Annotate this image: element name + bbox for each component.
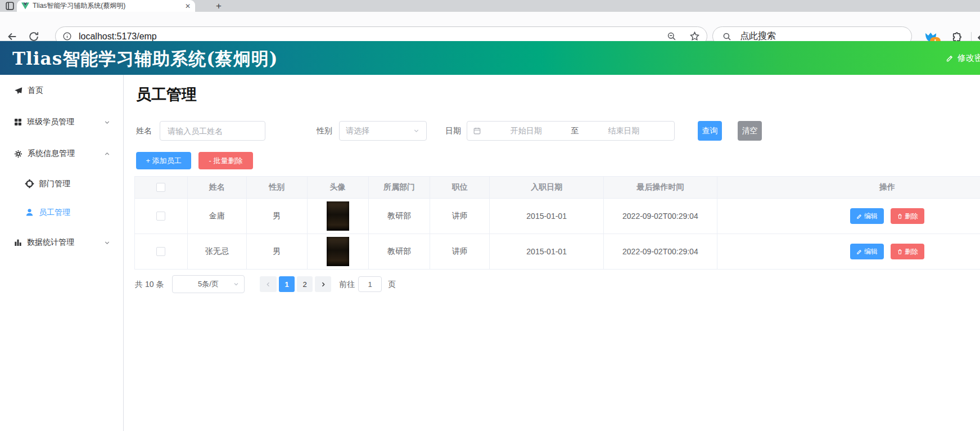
table-header-row: 姓名 性别 头像 所属部门 职位 入职日期 最后操作时间 操作: [135, 177, 980, 199]
sidebar-item-label: 首页: [28, 86, 43, 96]
edit-pencil-icon: [946, 54, 954, 62]
sidebar-item-statistics[interactable]: 数据统计管理: [0, 227, 123, 258]
edit-pencil-icon: [856, 249, 862, 255]
tab-close-icon[interactable]: ✕: [185, 2, 191, 10]
browser-window: Tlias智能学习辅助系统(蔡炯明) ✕ + localhost:5173/em…: [0, 0, 980, 431]
select-all-checkbox[interactable]: [156, 183, 165, 192]
page-size-select[interactable]: 5条/页: [172, 275, 245, 293]
gender-filter-select[interactable]: 请选择: [339, 121, 427, 141]
header-job: 职位: [430, 177, 490, 198]
app-title: Tlias智能学习辅助系统(蔡炯明): [12, 41, 278, 75]
table-row: 张无忌 男 教研部 讲师 2015-01-01 2022-09-02T00:29…: [135, 234, 980, 269]
header-operations: 操作: [717, 177, 980, 198]
sidebar-item-label: 部门管理: [39, 179, 70, 189]
vue-favicon: [21, 2, 29, 10]
delete-button[interactable]: 删除: [891, 244, 924, 259]
change-password-label: 修改密码: [958, 53, 980, 64]
add-employee-button[interactable]: + 添加员工: [136, 152, 191, 169]
cell-entry-date: 2015-01-01: [490, 234, 604, 269]
cell-avatar: [308, 234, 369, 269]
row-select-cell: [135, 199, 188, 234]
date-separator: 至: [571, 126, 579, 136]
sidebar-item-class-students[interactable]: 班级学员管理: [0, 106, 123, 138]
date-end-placeholder[interactable]: 结束日期: [579, 126, 669, 136]
trash-icon: [897, 249, 903, 255]
send-icon: [13, 86, 23, 96]
date-range-picker[interactable]: 开始日期 至 结束日期: [467, 121, 675, 141]
cell-department: 教研部: [369, 234, 431, 269]
zoom-out-icon[interactable]: [666, 31, 677, 42]
edit-button[interactable]: 编辑: [850, 208, 884, 224]
histogram-icon: [13, 238, 22, 247]
pagination-prev-button[interactable]: [260, 276, 277, 292]
chevron-right-icon: [319, 281, 327, 288]
header-gender: 性别: [247, 177, 308, 198]
pagination-page-2[interactable]: 2: [297, 276, 313, 292]
search-placeholder-text: 点此搜索: [740, 30, 776, 42]
header-name: 姓名: [188, 177, 247, 198]
header-entry-date: 入职日期: [490, 177, 604, 198]
name-filter-input[interactable]: [166, 126, 259, 136]
cell-job: 讲师: [430, 199, 490, 234]
name-filter-label: 姓名: [136, 121, 152, 141]
page-size-value: 5条/页: [198, 279, 219, 289]
header-select-all: [135, 177, 188, 198]
gender-filter-label: 性别: [317, 121, 332, 141]
grid-menu-icon: [13, 118, 22, 127]
cell-update-time: 2022-09-02T00:29:04: [604, 234, 717, 269]
date-start-placeholder[interactable]: 开始日期: [481, 126, 571, 136]
gear-icon: [13, 149, 23, 159]
employee-table: 姓名 性别 头像 所属部门 职位 入职日期 最后操作时间 操作 金庸 男 教研部…: [134, 176, 980, 270]
chevron-down-icon: [103, 239, 111, 246]
favorite-star-icon[interactable]: [689, 31, 700, 42]
tab-actions-icon[interactable]: [4, 1, 15, 11]
sidebar-item-system-info[interactable]: 系统信息管理: [0, 138, 123, 169]
row-select-cell: [135, 234, 188, 269]
cell-name: 金庸: [188, 199, 247, 234]
row-checkbox[interactable]: [156, 212, 165, 221]
pagination-goto-input[interactable]: [358, 276, 382, 292]
delete-button[interactable]: 删除: [891, 208, 924, 224]
calendar-icon: [473, 127, 481, 135]
pagination-total: 共 10 条: [135, 275, 164, 293]
sidebar-item-employees[interactable]: 员工管理: [0, 198, 123, 227]
cell-operations: 编辑 删除: [717, 234, 980, 269]
helper-wheel-icon: [25, 179, 34, 188]
search-button[interactable]: 查询: [698, 121, 722, 141]
sidebar-item-label: 员工管理: [39, 208, 70, 218]
sidebar: 首页 班级学员管理 系统信息管理 部门管理 员工管理 数据统计管理: [0, 75, 124, 431]
employee-avatar-image: [327, 201, 349, 231]
header-update-time: 最后操作时间: [604, 177, 717, 198]
edit-button[interactable]: 编辑: [850, 244, 884, 259]
name-filter-input-wrap: [160, 121, 265, 141]
sidebar-item-home[interactable]: 首页: [0, 75, 123, 106]
app-header-banner: Tlias智能学习辅助系统(蔡炯明) 修改密码: [0, 41, 980, 75]
sidebar-item-departments[interactable]: 部门管理: [0, 169, 123, 198]
clear-button[interactable]: 清空: [738, 121, 762, 141]
change-password-link[interactable]: 修改密码: [946, 41, 980, 75]
date-filter-label: 日期: [445, 121, 461, 141]
row-checkbox[interactable]: [156, 247, 165, 256]
sidebar-item-label: 班级学员管理: [27, 117, 74, 127]
new-tab-button[interactable]: +: [213, 0, 225, 12]
gender-select-placeholder: 请选择: [346, 126, 369, 136]
page-title: 员工管理: [136, 84, 197, 105]
chevron-left-icon: [265, 281, 272, 288]
trash-icon: [897, 213, 903, 219]
tab-strip: Tlias智能学习辅助系统(蔡炯明) ✕ +: [0, 0, 980, 12]
batch-delete-button[interactable]: - 批量删除: [198, 152, 253, 169]
pagination-page-1[interactable]: 1: [279, 276, 295, 292]
chevron-down-icon: [103, 119, 111, 126]
employee-avatar-image: [327, 237, 349, 266]
cell-entry-date: 2015-01-01: [490, 199, 604, 234]
url-text[interactable]: localhost:5173/emp: [79, 32, 666, 42]
browser-tab[interactable]: Tlias智能学习辅助系统(蔡炯明) ✕: [17, 0, 195, 12]
cell-gender: 男: [247, 234, 308, 269]
tab-title: Tlias智能学习辅助系统(蔡炯明): [33, 1, 179, 11]
cell-operations: 编辑 删除: [717, 199, 980, 234]
site-info-icon[interactable]: [62, 32, 72, 41]
pagination-goto-label: 前往: [339, 275, 355, 293]
pagination-next-button[interactable]: [315, 276, 331, 292]
edit-pencil-icon: [856, 213, 862, 219]
cell-name: 张无忌: [188, 234, 247, 269]
